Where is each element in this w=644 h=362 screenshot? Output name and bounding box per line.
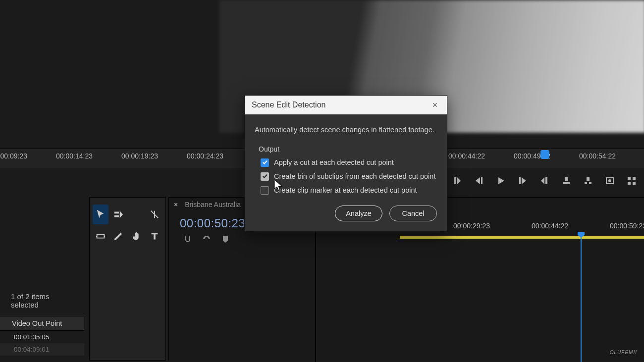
button-editor-icon[interactable] <box>626 175 637 186</box>
checkbox-apply-cut[interactable] <box>261 158 269 167</box>
ruler-tick: 00:00:59:22 <box>610 222 644 230</box>
timeline-divider <box>315 218 316 362</box>
export-frame-icon[interactable] <box>604 175 615 186</box>
ruler-tick: 00:00:24:23 <box>187 152 223 160</box>
play-icon[interactable] <box>495 175 506 186</box>
lift-icon[interactable] <box>561 175 572 186</box>
extract-icon[interactable] <box>583 175 593 186</box>
ruler-tick: 00:00:44:22 <box>448 152 485 160</box>
type-tool[interactable] <box>147 226 162 246</box>
project-panel-strip: 1 of 2 items selected Video Out Point 00… <box>0 288 84 356</box>
checkbox-label: Create bin of subclips from each detecte… <box>274 172 435 181</box>
ruler-tick: 00:00:44:22 <box>532 222 568 230</box>
svg-rect-2 <box>633 177 636 180</box>
step-forward-icon[interactable] <box>517 175 528 186</box>
hand-tool[interactable] <box>129 226 145 246</box>
work-area-bar[interactable] <box>400 236 644 239</box>
ruler-tick: 00:00:14:23 <box>56 152 93 160</box>
linked-selection-icon[interactable] <box>202 234 212 246</box>
sequence-playhead[interactable] <box>581 232 582 362</box>
checkbox-label: Create clip marker at each detected cut … <box>274 186 417 195</box>
checkbox-label: Apply a cut at each detected cut point <box>274 158 394 167</box>
table-row[interactable]: 00:01:35:05 <box>0 331 84 343</box>
ruler-tick: 00:00:19:23 <box>121 152 158 160</box>
scene-edit-detection-dialog: Scene Edit Detection × Automatically det… <box>244 95 447 232</box>
slip-tool[interactable] <box>93 226 108 246</box>
sequence-tab[interactable]: Brisbane Australia <box>185 201 241 208</box>
dialog-titlebar[interactable]: Scene Edit Detection × <box>245 96 447 114</box>
razor-tool[interactable] <box>147 205 162 224</box>
checkbox-create-marker[interactable] <box>261 186 269 195</box>
add-marker-icon[interactable] <box>220 234 230 246</box>
analyze-button[interactable]: Analyze <box>335 206 382 221</box>
close-icon[interactable]: × <box>174 201 178 208</box>
output-label: Output <box>259 145 437 153</box>
cancel-button[interactable]: Cancel <box>389 206 437 221</box>
svg-rect-1 <box>628 177 631 180</box>
pen-tool[interactable] <box>110 226 126 246</box>
program-playhead[interactable] <box>540 150 549 159</box>
table-row[interactable]: 00:04:09:01 <box>0 343 84 356</box>
svg-rect-3 <box>628 182 631 185</box>
selection-count: 1 of 2 items selected <box>0 288 84 316</box>
watermark: OLUFEMII <box>610 350 637 355</box>
ripple-edit-tool[interactable] <box>129 205 145 224</box>
checkbox-create-bin[interactable] <box>261 172 269 181</box>
ruler-tick: 00:00:09:23 <box>0 152 27 160</box>
dialog-description: Automatically detect scene changes in fl… <box>255 125 437 135</box>
step-back-icon[interactable] <box>474 175 484 186</box>
mark-out-icon[interactable] <box>539 175 550 186</box>
track-select-forward-tool[interactable] <box>110 205 126 224</box>
dialog-title: Scene Edit Detection <box>252 101 325 109</box>
ruler-tick: 00:00:29:23 <box>453 222 490 230</box>
ruler-tick: 00:00:54:22 <box>579 152 616 160</box>
tools-panel <box>89 197 166 361</box>
timeline-toolbar <box>169 232 644 246</box>
column-header-video-out[interactable]: Video Out Point <box>0 316 84 331</box>
selection-tool[interactable] <box>93 205 108 224</box>
svg-rect-4 <box>633 182 636 185</box>
close-icon[interactable]: × <box>430 100 440 110</box>
snap-icon[interactable] <box>183 234 193 246</box>
svg-point-0 <box>608 179 611 182</box>
mark-in-icon[interactable] <box>452 175 463 186</box>
